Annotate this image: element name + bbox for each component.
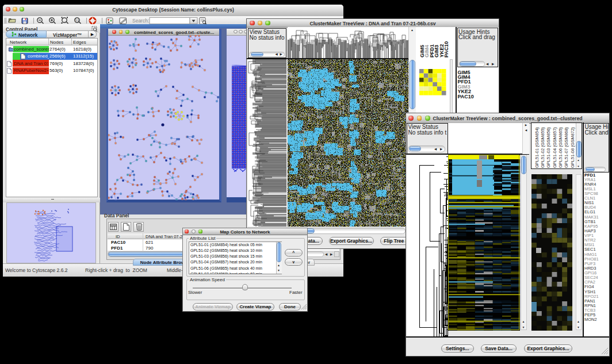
svg-text:1:1: 1:1	[75, 19, 79, 22]
svg-text:Search:: Search:	[132, 18, 149, 24]
